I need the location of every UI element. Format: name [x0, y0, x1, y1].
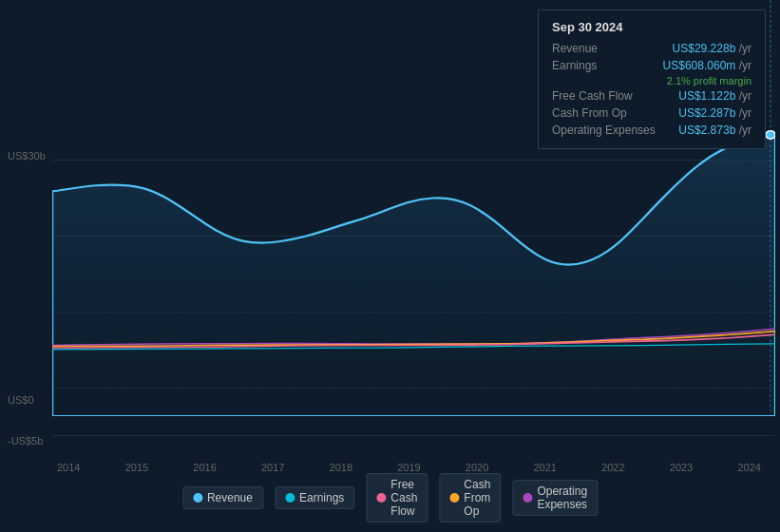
legend-opex[interactable]: Operating Expenses	[512, 480, 598, 516]
x-axis: 2014 2015 2016 2017 2018 2019 2020 2021 …	[0, 462, 780, 473]
tooltip-earnings: Earnings US$608.060m /yr	[552, 57, 751, 74]
legend-fcf-label: Free Cash Flow	[390, 478, 417, 518]
tooltip-profit-margin: 2.1% profit margin	[552, 74, 751, 87]
legend-earnings[interactable]: Earnings	[275, 486, 354, 509]
legend-revenue-label: Revenue	[207, 491, 253, 504]
tooltip-earnings-value: US$608.060m /yr	[663, 59, 751, 72]
legend-cashfromop[interactable]: Cash From Op	[439, 473, 501, 522]
legend-cashfromop-dot	[449, 493, 459, 503]
legend-opex-label: Operating Expenses	[537, 484, 587, 511]
data-tooltip: Sep 30 2024 Revenue US$29.228b /yr Earni…	[538, 10, 766, 149]
legend-cashfromop-label: Cash From Op	[464, 478, 490, 518]
tooltip-revenue: Revenue US$29.228b /yr	[552, 40, 751, 57]
x-label-2023: 2023	[670, 462, 693, 473]
tooltip-cashfromop-value: US$2.287b /yr	[678, 106, 751, 120]
tooltip-opex-label: Operating Expenses	[552, 124, 656, 137]
x-label-2018: 2018	[330, 462, 352, 473]
grid-line-neg	[52, 435, 775, 436]
tooltip-cashfromop: Cash From Op US$2.287b /yr	[552, 104, 751, 122]
x-label-2015: 2015	[125, 462, 148, 473]
x-label-2014: 2014	[57, 462, 80, 473]
y-label-top: US$30b	[8, 150, 46, 162]
legend-earnings-label: Earnings	[299, 491, 344, 504]
tooltip-dot	[766, 131, 775, 140]
tooltip-profit-text: 2.1% profit margin	[667, 75, 751, 86]
x-label-2021: 2021	[533, 462, 556, 473]
legend-revenue[interactable]: Revenue	[182, 486, 263, 509]
tooltip-cashfromop-label: Cash From Op	[552, 106, 627, 120]
legend-revenue-dot	[193, 493, 202, 503]
tooltip-revenue-value: US$29.228b /yr	[673, 42, 751, 55]
tooltip-revenue-label: Revenue	[552, 42, 598, 55]
tooltip-earnings-label: Earnings	[552, 59, 597, 72]
revenue-area	[52, 133, 775, 416]
tooltip-fcf-label: Free Cash Flow	[552, 89, 633, 103]
tooltip-fcf: Free Cash Flow US$1.122b /yr	[552, 87, 751, 104]
x-label-2020: 2020	[466, 462, 488, 473]
y-label-zero: US$0	[8, 394, 34, 406]
x-label-2019: 2019	[397, 462, 420, 473]
tooltip-opex: Operating Expenses US$2.873b /yr	[552, 122, 751, 139]
x-label-2022: 2022	[601, 462, 624, 473]
y-label-neg: -US$5b	[8, 435, 43, 446]
x-label-2017: 2017	[261, 462, 284, 473]
tooltip-date: Sep 30 2024	[552, 20, 751, 34]
tooltip-fcf-value: US$1.122b /yr	[678, 89, 751, 103]
x-label-2024: 2024	[737, 462, 760, 473]
legend-opex-dot	[523, 493, 532, 503]
legend-fcf-dot	[376, 493, 386, 503]
legend-fcf[interactable]: Free Cash Flow	[366, 473, 428, 522]
x-label-2016: 2016	[193, 462, 216, 473]
tooltip-opex-value: US$2.873b /yr	[678, 124, 751, 137]
chart-legend: Revenue Earnings Free Cash Flow Cash Fro…	[182, 473, 598, 522]
legend-earnings-dot	[285, 493, 295, 503]
